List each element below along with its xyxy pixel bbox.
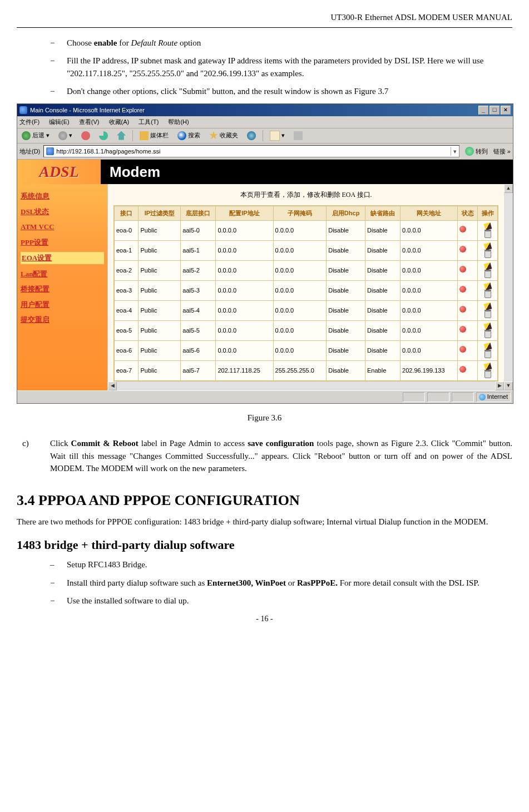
running-head: UT300-R Ethernet ADSL MODEM USER MANUAL xyxy=(17,11,512,28)
delete-icon[interactable] xyxy=(484,271,491,278)
globe-icon xyxy=(479,394,486,400)
back-button[interactable]: 后退 ▾ xyxy=(19,130,52,141)
media-button[interactable] xyxy=(245,130,258,141)
menu-favorites[interactable]: 收藏(A) xyxy=(109,118,130,125)
delete-icon[interactable] xyxy=(484,251,491,258)
minimize-button[interactable]: _ xyxy=(478,106,488,115)
cell: Disable xyxy=(365,280,401,300)
menu-edit[interactable]: 编辑(E) xyxy=(49,118,70,125)
actions-cell xyxy=(478,340,498,360)
sidebar-item[interactable]: ATM VCC xyxy=(21,221,104,232)
scroll-right-icon[interactable]: ▶ xyxy=(495,382,504,390)
delete-icon[interactable] xyxy=(484,231,491,238)
maximize-button[interactable]: □ xyxy=(490,106,500,115)
delete-icon[interactable] xyxy=(484,351,491,358)
page-content: ADSL Modem 系统信息DSL状态ATM VCCPPP设置EOA设置Lan… xyxy=(17,160,513,390)
links-label[interactable]: 链接 » xyxy=(493,147,511,156)
cell: aal5-3 xyxy=(181,280,216,300)
dash-marker: − xyxy=(50,55,67,80)
modem-banner: ADSL Modem xyxy=(17,160,513,184)
mail-button[interactable]: ▾ xyxy=(268,130,287,142)
cell: 202.96.199.133 xyxy=(401,360,458,380)
status-dot-icon xyxy=(459,326,466,333)
vertical-scrollbar[interactable]: ▲ ▼ xyxy=(504,184,513,390)
status-cell xyxy=(458,240,478,260)
sidebar-item[interactable]: 提交重启 xyxy=(21,314,104,325)
column-header: 操作 xyxy=(478,206,498,221)
list-item: − Install third party dialup software su… xyxy=(50,577,512,590)
dash-marker: − xyxy=(50,595,67,607)
menu-view[interactable]: 查看(V) xyxy=(79,118,100,125)
table-row: eoa-1Publicaal5-10.0.0.00.0.0.0DisableDi… xyxy=(115,240,498,260)
address-label: 地址(D) xyxy=(19,147,40,156)
print-button[interactable] xyxy=(291,130,305,141)
cell: Public xyxy=(139,360,181,380)
cell: aal5-2 xyxy=(181,260,216,280)
cell: Disable xyxy=(365,340,401,360)
panel-caption: 本页用于查看，添加，修改和删除 EOA 接口. xyxy=(108,184,504,205)
dash-marker: − xyxy=(50,37,67,49)
close-button[interactable]: × xyxy=(501,106,511,115)
url-input[interactable]: http://192.168.1.1/hag/pages/home.ssi ▾ xyxy=(43,145,459,158)
delete-icon[interactable] xyxy=(484,291,491,298)
cell: 255.255.255.0 xyxy=(273,360,327,380)
sidebar-item[interactable]: 用户配置 xyxy=(21,299,104,310)
cell: Disable xyxy=(365,240,401,260)
url-text: http://192.168.1.1/hag/pages/home.ssi xyxy=(56,147,160,156)
cell: 202.117.118.25 xyxy=(216,360,273,380)
ie-screenshot: Main Console - Microsoft Internet Explor… xyxy=(17,103,513,404)
search-button[interactable]: 搜索 xyxy=(175,130,202,141)
cell: Disable xyxy=(327,220,365,240)
toolbar: 后退 ▾ ▾ 媒体栏 搜索 收藏夹 ▾ xyxy=(17,128,513,143)
chevron-down-icon[interactable]: ▾ xyxy=(451,147,457,156)
column-header: 底层接口 xyxy=(181,206,216,221)
zone-cell: Internet xyxy=(476,392,511,402)
sidebar-item[interactable]: DSL状态 xyxy=(21,206,104,217)
actions-cell xyxy=(478,220,498,240)
cell: aal5-0 xyxy=(181,220,216,240)
sidebar-item[interactable]: Lan配置 xyxy=(21,269,104,280)
go-button[interactable]: 转到 xyxy=(463,146,490,157)
page-icon xyxy=(46,147,54,155)
cell: eoa-7 xyxy=(115,360,139,380)
delete-icon[interactable] xyxy=(484,331,491,338)
actions-cell xyxy=(478,360,498,380)
forward-button[interactable]: ▾ xyxy=(56,130,75,141)
favorites-button[interactable]: 收藏夹 xyxy=(207,130,240,141)
delete-icon[interactable] xyxy=(484,311,491,318)
column-header: 接口 xyxy=(115,206,139,221)
cell: Disable xyxy=(365,300,401,320)
delete-icon[interactable] xyxy=(484,371,491,378)
menu-tools[interactable]: 工具(T) xyxy=(139,118,159,125)
cell: 0.0.0.0 xyxy=(401,340,458,360)
menu-help[interactable]: 帮助(H) xyxy=(168,118,189,125)
menu-file[interactable]: 文件(F) xyxy=(19,118,39,125)
refresh-button[interactable] xyxy=(97,130,110,141)
stop-button[interactable] xyxy=(79,130,92,141)
column-header: 缺省路由 xyxy=(365,206,401,221)
cell: 0.0.0.0 xyxy=(273,220,327,240)
sidebar-item[interactable]: 系统信息 xyxy=(21,191,104,202)
cell: Public xyxy=(139,260,181,280)
modem-label: Modem xyxy=(110,161,160,183)
scroll-left-icon[interactable]: ◀ xyxy=(108,382,117,390)
actions-cell xyxy=(478,300,498,320)
sidebar-item[interactable]: PPP设置 xyxy=(21,237,104,248)
sidebar-item[interactable]: 桥接配置 xyxy=(21,284,104,295)
cell: Disable xyxy=(327,260,365,280)
horizontal-scrollbar[interactable]: ◀ ▶ xyxy=(108,382,504,390)
cell: 0.0.0.0 xyxy=(273,320,327,340)
scroll-up-icon[interactable]: ▲ xyxy=(504,184,513,193)
scroll-down-icon[interactable]: ▼ xyxy=(504,382,513,390)
cell: 0.0.0.0 xyxy=(216,260,273,280)
status-bar: Internet xyxy=(17,390,513,403)
favbar-button[interactable]: 媒体栏 xyxy=(137,130,171,141)
home-button[interactable] xyxy=(115,130,128,141)
cell: eoa-1 xyxy=(115,240,139,260)
cell: 0.0.0.0 xyxy=(401,300,458,320)
cell: eoa-4 xyxy=(115,300,139,320)
status-dot-icon xyxy=(459,226,466,232)
sidebar-item[interactable]: EOA设置 xyxy=(21,252,104,264)
eoa-table-wrap: 接口IP过滤类型底层接口配置IP地址子网掩码启用Dhcp缺省路由网关地址状态操作… xyxy=(113,205,498,382)
column-header: IP过滤类型 xyxy=(139,206,181,221)
